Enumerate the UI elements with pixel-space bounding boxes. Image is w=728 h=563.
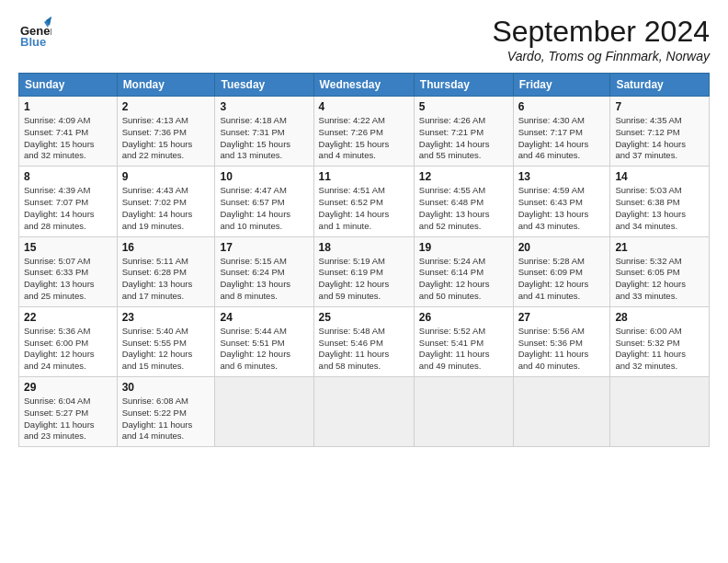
day-number: 21	[615, 241, 704, 254]
week-row-2: 8Sunrise: 4:39 AM Sunset: 7:07 PM Daylig…	[19, 167, 710, 236]
logo-icon: General Blue	[18, 15, 51, 48]
day-cell: 7Sunrise: 4:35 AM Sunset: 7:12 PM Daylig…	[610, 97, 710, 167]
day-number: 2	[122, 100, 210, 113]
day-info: Sunrise: 4:13 AM Sunset: 7:36 PM Dayligh…	[122, 115, 210, 162]
day-number: 5	[419, 100, 508, 113]
day-info: Sunrise: 4:59 AM Sunset: 6:43 PM Dayligh…	[518, 185, 606, 232]
subtitle: Vardo, Troms og Finnmark, Norway	[492, 49, 710, 63]
week-row-5: 29Sunrise: 6:04 AM Sunset: 5:27 PM Dayli…	[19, 377, 710, 447]
day-cell: 2Sunrise: 4:13 AM Sunset: 7:36 PM Daylig…	[117, 97, 215, 167]
day-info: Sunrise: 5:52 AM Sunset: 5:41 PM Dayligh…	[419, 326, 508, 373]
day-info: Sunrise: 4:26 AM Sunset: 7:21 PM Dayligh…	[419, 115, 508, 162]
day-cell: 1Sunrise: 4:09 AM Sunset: 7:41 PM Daylig…	[19, 97, 118, 167]
day-cell	[313, 377, 414, 447]
day-cell: 8Sunrise: 4:39 AM Sunset: 7:07 PM Daylig…	[19, 167, 118, 236]
day-info: Sunrise: 4:43 AM Sunset: 7:02 PM Dayligh…	[122, 185, 210, 232]
day-cell: 4Sunrise: 4:22 AM Sunset: 7:26 PM Daylig…	[313, 97, 414, 167]
day-number: 20	[518, 241, 606, 254]
day-info: Sunrise: 6:08 AM Sunset: 5:22 PM Dayligh…	[122, 396, 210, 442]
day-number: 15	[24, 241, 112, 254]
day-info: Sunrise: 6:00 AM Sunset: 5:32 PM Dayligh…	[615, 326, 704, 373]
day-info: Sunrise: 5:40 AM Sunset: 5:55 PM Dayligh…	[122, 326, 210, 373]
day-number: 25	[319, 311, 409, 324]
day-number: 12	[419, 170, 508, 183]
day-info: Sunrise: 5:19 AM Sunset: 6:19 PM Dayligh…	[319, 256, 409, 303]
day-cell: 28Sunrise: 6:00 AM Sunset: 5:32 PM Dayli…	[610, 306, 710, 376]
day-cell: 12Sunrise: 4:55 AM Sunset: 6:48 PM Dayli…	[414, 167, 513, 236]
header: General Blue September 2024 Vardo, Troms…	[18, 15, 710, 63]
day-number: 26	[419, 311, 508, 324]
day-number: 11	[319, 170, 409, 183]
day-info: Sunrise: 5:15 AM Sunset: 6:24 PM Dayligh…	[220, 256, 308, 303]
day-info: Sunrise: 5:36 AM Sunset: 6:00 PM Dayligh…	[24, 326, 112, 373]
day-number: 13	[518, 170, 606, 183]
month-title: September 2024	[492, 15, 710, 49]
col-header-tuesday: Tuesday	[215, 74, 313, 97]
day-number: 3	[220, 100, 308, 113]
day-number: 22	[24, 311, 112, 324]
day-cell: 17Sunrise: 5:15 AM Sunset: 6:24 PM Dayli…	[215, 236, 313, 306]
day-number: 24	[220, 311, 308, 324]
calendar-header-row: SundayMondayTuesdayWednesdayThursdayFrid…	[19, 74, 710, 97]
day-cell: 13Sunrise: 4:59 AM Sunset: 6:43 PM Dayli…	[513, 167, 610, 236]
col-header-thursday: Thursday	[414, 74, 513, 97]
day-info: Sunrise: 6:04 AM Sunset: 5:27 PM Dayligh…	[24, 396, 112, 442]
day-info: Sunrise: 5:44 AM Sunset: 5:51 PM Dayligh…	[220, 326, 308, 373]
day-cell: 24Sunrise: 5:44 AM Sunset: 5:51 PM Dayli…	[215, 306, 313, 376]
day-cell: 5Sunrise: 4:26 AM Sunset: 7:21 PM Daylig…	[414, 97, 513, 167]
day-cell: 16Sunrise: 5:11 AM Sunset: 6:28 PM Dayli…	[117, 236, 215, 306]
day-info: Sunrise: 5:28 AM Sunset: 6:09 PM Dayligh…	[518, 256, 606, 303]
week-row-1: 1Sunrise: 4:09 AM Sunset: 7:41 PM Daylig…	[19, 97, 710, 167]
day-number: 27	[518, 311, 606, 324]
title-block: September 2024 Vardo, Troms og Finnmark,…	[492, 15, 710, 63]
day-cell: 20Sunrise: 5:28 AM Sunset: 6:09 PM Dayli…	[513, 236, 610, 306]
day-info: Sunrise: 4:35 AM Sunset: 7:12 PM Dayligh…	[615, 115, 704, 162]
day-info: Sunrise: 5:03 AM Sunset: 6:38 PM Dayligh…	[615, 185, 704, 232]
day-cell: 18Sunrise: 5:19 AM Sunset: 6:19 PM Dayli…	[313, 236, 414, 306]
calendar: SundayMondayTuesdayWednesdayThursdayFrid…	[18, 73, 710, 447]
day-cell: 10Sunrise: 4:47 AM Sunset: 6:57 PM Dayli…	[215, 167, 313, 236]
col-header-saturday: Saturday	[610, 74, 710, 97]
day-number: 29	[24, 381, 112, 394]
day-number: 19	[419, 241, 508, 254]
day-cell	[610, 377, 710, 447]
day-info: Sunrise: 4:30 AM Sunset: 7:17 PM Dayligh…	[518, 115, 606, 162]
day-number: 9	[122, 170, 210, 183]
day-cell	[513, 377, 610, 447]
day-number: 14	[615, 170, 704, 183]
day-number: 16	[122, 241, 210, 254]
day-number: 23	[122, 311, 210, 324]
day-cell: 21Sunrise: 5:32 AM Sunset: 6:05 PM Dayli…	[610, 236, 710, 306]
day-cell: 14Sunrise: 5:03 AM Sunset: 6:38 PM Dayli…	[610, 167, 710, 236]
day-cell	[414, 377, 513, 447]
day-cell	[215, 377, 313, 447]
week-row-3: 15Sunrise: 5:07 AM Sunset: 6:33 PM Dayli…	[19, 236, 710, 306]
col-header-monday: Monday	[117, 74, 215, 97]
day-info: Sunrise: 4:51 AM Sunset: 6:52 PM Dayligh…	[319, 185, 409, 232]
day-number: 1	[24, 100, 112, 113]
day-cell: 11Sunrise: 4:51 AM Sunset: 6:52 PM Dayli…	[313, 167, 414, 236]
day-number: 4	[319, 100, 409, 113]
svg-text:Blue: Blue	[20, 35, 46, 48]
day-cell: 19Sunrise: 5:24 AM Sunset: 6:14 PM Dayli…	[414, 236, 513, 306]
day-cell: 6Sunrise: 4:30 AM Sunset: 7:17 PM Daylig…	[513, 97, 610, 167]
week-row-4: 22Sunrise: 5:36 AM Sunset: 6:00 PM Dayli…	[19, 306, 710, 376]
col-header-friday: Friday	[513, 74, 610, 97]
day-info: Sunrise: 5:32 AM Sunset: 6:05 PM Dayligh…	[615, 256, 704, 303]
day-number: 8	[24, 170, 112, 183]
day-number: 17	[220, 241, 308, 254]
day-number: 28	[615, 311, 704, 324]
day-info: Sunrise: 4:47 AM Sunset: 6:57 PM Dayligh…	[220, 185, 308, 232]
day-cell: 30Sunrise: 6:08 AM Sunset: 5:22 PM Dayli…	[117, 377, 215, 447]
day-cell: 27Sunrise: 5:56 AM Sunset: 5:36 PM Dayli…	[513, 306, 610, 376]
day-cell: 3Sunrise: 4:18 AM Sunset: 7:31 PM Daylig…	[215, 97, 313, 167]
day-cell: 22Sunrise: 5:36 AM Sunset: 6:00 PM Dayli…	[19, 306, 118, 376]
day-number: 7	[615, 100, 704, 113]
page: General Blue September 2024 Vardo, Troms…	[0, 0, 728, 563]
day-info: Sunrise: 4:39 AM Sunset: 7:07 PM Dayligh…	[24, 185, 112, 232]
col-header-sunday: Sunday	[19, 74, 118, 97]
day-info: Sunrise: 5:07 AM Sunset: 6:33 PM Dayligh…	[24, 256, 112, 303]
day-info: Sunrise: 5:48 AM Sunset: 5:46 PM Dayligh…	[319, 326, 409, 373]
day-number: 18	[319, 241, 409, 254]
day-cell: 26Sunrise: 5:52 AM Sunset: 5:41 PM Dayli…	[414, 306, 513, 376]
